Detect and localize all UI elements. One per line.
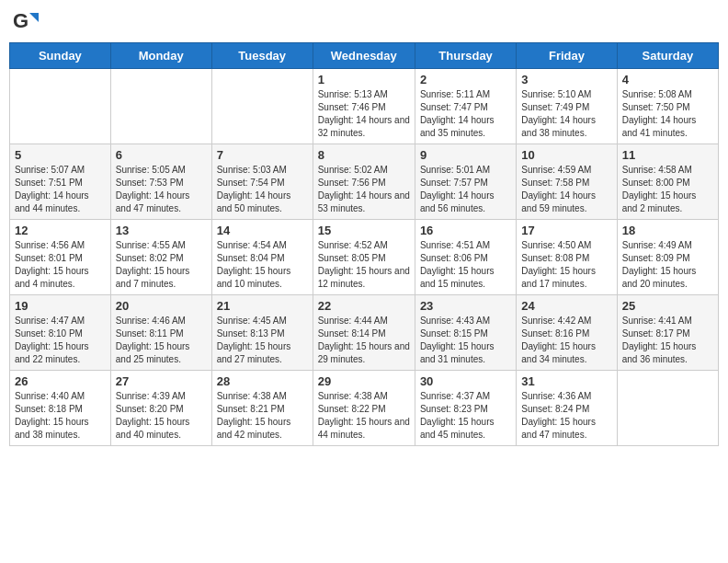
calendar-week-row: 19Sunrise: 4:47 AMSunset: 8:10 PMDayligh… [10, 295, 719, 371]
calendar-cell [10, 69, 111, 144]
calendar-cell: 29Sunrise: 4:38 AMSunset: 8:22 PMDayligh… [313, 371, 415, 446]
calendar-cell: 4Sunrise: 5:08 AMSunset: 7:50 PMDaylight… [617, 69, 718, 144]
day-number: 22 [318, 299, 410, 313]
calendar-cell: 1Sunrise: 5:13 AMSunset: 7:46 PMDaylight… [313, 69, 415, 144]
calendar-cell: 23Sunrise: 4:43 AMSunset: 8:15 PMDayligh… [415, 295, 516, 371]
calendar-cell: 31Sunrise: 4:36 AMSunset: 8:24 PMDayligh… [517, 371, 617, 446]
day-info: Sunrise: 4:36 AMSunset: 8:24 PMDaylight:… [521, 390, 611, 442]
page-header: G [9, 9, 719, 35]
day-info: Sunrise: 4:42 AMSunset: 8:16 PMDaylight:… [521, 315, 611, 366]
day-number: 6 [116, 148, 207, 162]
day-info: Sunrise: 4:59 AMSunset: 7:58 PMDaylight:… [521, 164, 611, 215]
day-info: Sunrise: 4:58 AMSunset: 8:00 PMDaylight:… [622, 164, 713, 215]
day-number: 14 [217, 224, 308, 237]
day-number: 24 [521, 299, 611, 313]
day-number: 3 [521, 73, 611, 86]
day-info: Sunrise: 4:56 AMSunset: 8:01 PMDaylight:… [15, 239, 106, 291]
day-number: 10 [521, 148, 611, 162]
day-number: 13 [116, 224, 207, 237]
logo: G [13, 9, 40, 35]
calendar-cell: 11Sunrise: 4:58 AMSunset: 8:00 PMDayligh… [617, 144, 718, 220]
calendar-cell: 19Sunrise: 4:47 AMSunset: 8:10 PMDayligh… [10, 295, 111, 371]
calendar-table: SundayMondayTuesdayWednesdayThursdayFrid… [9, 42, 719, 446]
day-header-friday: Friday [517, 43, 617, 69]
day-info: Sunrise: 5:08 AMSunset: 7:50 PMDaylight:… [622, 88, 713, 140]
calendar-cell: 2Sunrise: 5:11 AMSunset: 7:47 PMDaylight… [415, 69, 516, 144]
day-info: Sunrise: 4:49 AMSunset: 8:09 PMDaylight:… [622, 239, 713, 291]
day-number: 28 [217, 374, 308, 388]
day-info: Sunrise: 5:01 AMSunset: 7:57 PMDaylight:… [420, 164, 511, 215]
calendar-cell: 14Sunrise: 4:54 AMSunset: 8:04 PMDayligh… [211, 220, 313, 295]
day-number: 5 [15, 148, 106, 162]
calendar-cell [110, 69, 211, 144]
day-info: Sunrise: 4:40 AMSunset: 8:18 PMDaylight:… [15, 390, 106, 442]
day-info: Sunrise: 4:38 AMSunset: 8:22 PMDaylight:… [318, 390, 410, 442]
day-number: 16 [420, 224, 511, 237]
day-info: Sunrise: 4:54 AMSunset: 8:04 PMDaylight:… [217, 239, 308, 291]
day-number: 25 [622, 299, 713, 313]
day-number: 20 [116, 299, 207, 313]
day-header-saturday: Saturday [617, 43, 718, 69]
day-info: Sunrise: 4:43 AMSunset: 8:15 PMDaylight:… [420, 315, 511, 366]
calendar-cell: 15Sunrise: 4:52 AMSunset: 8:05 PMDayligh… [313, 220, 415, 295]
day-info: Sunrise: 4:38 AMSunset: 8:21 PMDaylight:… [217, 390, 308, 442]
calendar-week-row: 1Sunrise: 5:13 AMSunset: 7:46 PMDaylight… [10, 69, 719, 144]
day-info: Sunrise: 4:37 AMSunset: 8:23 PMDaylight:… [420, 390, 511, 442]
calendar-cell: 5Sunrise: 5:07 AMSunset: 7:51 PMDaylight… [10, 144, 111, 220]
day-info: Sunrise: 5:02 AMSunset: 7:56 PMDaylight:… [318, 164, 410, 215]
svg-text:G: G [13, 9, 28, 32]
day-info: Sunrise: 5:11 AMSunset: 7:47 PMDaylight:… [420, 88, 511, 140]
calendar-cell: 22Sunrise: 4:44 AMSunset: 8:14 PMDayligh… [313, 295, 415, 371]
calendar-week-row: 12Sunrise: 4:56 AMSunset: 8:01 PMDayligh… [10, 220, 719, 295]
day-number: 7 [217, 148, 308, 162]
day-info: Sunrise: 4:46 AMSunset: 8:11 PMDaylight:… [116, 315, 207, 366]
calendar-cell [617, 371, 718, 446]
calendar-cell: 12Sunrise: 4:56 AMSunset: 8:01 PMDayligh… [10, 220, 111, 295]
calendar-cell: 26Sunrise: 4:40 AMSunset: 8:18 PMDayligh… [10, 371, 111, 446]
day-number: 29 [318, 374, 410, 388]
day-header-tuesday: Tuesday [211, 43, 313, 69]
day-header-sunday: Sunday [10, 43, 111, 69]
calendar-cell: 30Sunrise: 4:37 AMSunset: 8:23 PMDayligh… [415, 371, 516, 446]
calendar-cell: 8Sunrise: 5:02 AMSunset: 7:56 PMDaylight… [313, 144, 415, 220]
day-number: 27 [116, 374, 207, 388]
day-number: 9 [420, 148, 511, 162]
day-number: 21 [217, 299, 308, 313]
calendar-cell: 16Sunrise: 4:51 AMSunset: 8:06 PMDayligh… [415, 220, 516, 295]
day-number: 2 [420, 73, 511, 86]
day-number: 26 [15, 374, 106, 388]
day-number: 15 [318, 224, 410, 237]
calendar-cell: 25Sunrise: 4:41 AMSunset: 8:17 PMDayligh… [617, 295, 718, 371]
day-info: Sunrise: 5:05 AMSunset: 7:53 PMDaylight:… [116, 164, 207, 215]
day-info: Sunrise: 4:44 AMSunset: 8:14 PMDaylight:… [318, 315, 410, 366]
day-info: Sunrise: 5:03 AMSunset: 7:54 PMDaylight:… [217, 164, 308, 215]
calendar-cell: 3Sunrise: 5:10 AMSunset: 7:49 PMDaylight… [517, 69, 617, 144]
day-number: 8 [318, 148, 410, 162]
day-number: 4 [622, 73, 713, 86]
day-info: Sunrise: 4:47 AMSunset: 8:10 PMDaylight:… [15, 315, 106, 366]
calendar-cell: 7Sunrise: 5:03 AMSunset: 7:54 PMDaylight… [211, 144, 313, 220]
calendar-cell: 17Sunrise: 4:50 AMSunset: 8:08 PMDayligh… [517, 220, 617, 295]
calendar-cell [211, 69, 313, 144]
logo-icon: G [13, 9, 39, 35]
day-header-wednesday: Wednesday [313, 43, 415, 69]
day-number: 11 [622, 148, 713, 162]
day-info: Sunrise: 5:13 AMSunset: 7:46 PMDaylight:… [318, 88, 410, 140]
day-info: Sunrise: 4:39 AMSunset: 8:20 PMDaylight:… [116, 390, 207, 442]
svg-marker-1 [29, 13, 39, 22]
calendar-week-row: 26Sunrise: 4:40 AMSunset: 8:18 PMDayligh… [10, 371, 719, 446]
day-number: 30 [420, 374, 511, 388]
day-info: Sunrise: 5:07 AMSunset: 7:51 PMDaylight:… [15, 164, 106, 215]
calendar-cell: 10Sunrise: 4:59 AMSunset: 7:58 PMDayligh… [517, 144, 617, 220]
calendar-cell: 9Sunrise: 5:01 AMSunset: 7:57 PMDaylight… [415, 144, 516, 220]
day-info: Sunrise: 4:45 AMSunset: 8:13 PMDaylight:… [217, 315, 308, 366]
calendar-week-row: 5Sunrise: 5:07 AMSunset: 7:51 PMDaylight… [10, 144, 719, 220]
calendar-cell: 21Sunrise: 4:45 AMSunset: 8:13 PMDayligh… [211, 295, 313, 371]
day-info: Sunrise: 4:51 AMSunset: 8:06 PMDaylight:… [420, 239, 511, 291]
calendar-cell: 18Sunrise: 4:49 AMSunset: 8:09 PMDayligh… [617, 220, 718, 295]
day-number: 12 [15, 224, 106, 237]
day-header-thursday: Thursday [415, 43, 516, 69]
calendar-header-row: SundayMondayTuesdayWednesdayThursdayFrid… [10, 43, 719, 69]
day-info: Sunrise: 5:10 AMSunset: 7:49 PMDaylight:… [521, 88, 611, 140]
day-number: 17 [521, 224, 611, 237]
